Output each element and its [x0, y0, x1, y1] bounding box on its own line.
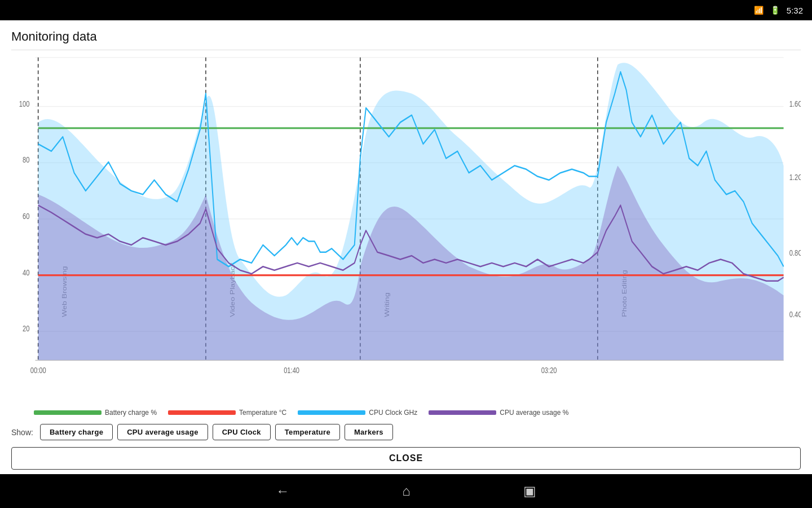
battery-icon: 🔋	[770, 6, 780, 15]
svg-text:1.6GHz: 1.6GHz	[789, 99, 801, 108]
svg-text:40: 40	[23, 268, 29, 277]
legend-label-battery: Battery charge %	[105, 409, 157, 417]
legend-battery: Battery charge %	[34, 409, 157, 417]
temperature-button[interactable]: Temperature	[275, 424, 340, 440]
page-title: Monitoring data	[11, 20, 801, 50]
legend-temperature: Temperature °C	[168, 409, 286, 417]
chart-container: 100 80 60 40 20 1.6GHz 1.2GHz 0.8GHz 0.4…	[11, 50, 801, 404]
legend-label-temperature: Temperature °C	[239, 409, 286, 417]
bottom-nav: ← ⌂ ▣	[0, 474, 812, 508]
cpu-avg-button[interactable]: CPU average usage	[117, 424, 208, 440]
legend-cpu-avg: CPU average usage %	[429, 409, 568, 417]
svg-text:0.8GHz: 0.8GHz	[789, 249, 801, 258]
back-button[interactable]: ←	[276, 483, 289, 499]
svg-text:00:00: 00:00	[30, 366, 46, 375]
close-button[interactable]: CLOSE	[11, 447, 801, 470]
legend-color-cpu-clock	[298, 410, 365, 415]
svg-text:0.4GHz: 0.4GHz	[789, 310, 801, 319]
svg-text:60: 60	[23, 212, 29, 221]
markers-button[interactable]: Markers	[345, 424, 393, 440]
show-label: Show:	[11, 428, 33, 437]
home-button[interactable]: ⌂	[402, 483, 411, 499]
svg-text:01:40: 01:40	[284, 366, 299, 375]
legend-color-temperature	[168, 410, 236, 415]
chart-svg: 100 80 60 40 20 1.6GHz 1.2GHz 0.8GHz 0.4…	[11, 50, 801, 404]
wifi-icon: 📶	[754, 6, 764, 15]
legend-label-cpu-avg: CPU average usage %	[500, 409, 568, 417]
legend-color-battery	[34, 410, 102, 415]
svg-text:1.2GHz: 1.2GHz	[789, 173, 801, 182]
status-time: 5:32	[787, 6, 803, 15]
legend-cpu-clock: CPU Clock GHz	[298, 409, 417, 417]
legend-color-cpu-avg	[429, 410, 496, 415]
svg-text:80: 80	[23, 156, 29, 165]
show-row: Show: Battery charge CPU average usage C…	[11, 421, 801, 445]
svg-text:03:20: 03:20	[541, 366, 557, 375]
status-bar: 📶 🔋 5:32	[0, 0, 812, 20]
recents-button[interactable]: ▣	[523, 483, 536, 499]
main-content: Monitoring data 100 80 60 40 20 1.6GHz	[0, 20, 812, 474]
chart-wrapper: 100 80 60 40 20 1.6GHz 1.2GHz 0.8GHz 0.4…	[11, 50, 801, 404]
legend-bar: Battery charge % Temperature °C CPU Cloc…	[11, 406, 801, 419]
svg-text:20: 20	[23, 325, 29, 334]
cpu-clock-button[interactable]: CPU Clock	[213, 424, 271, 440]
svg-text:100: 100	[19, 99, 30, 108]
battery-charge-button[interactable]: Battery charge	[40, 424, 113, 440]
legend-label-cpu-clock: CPU Clock GHz	[369, 409, 417, 417]
